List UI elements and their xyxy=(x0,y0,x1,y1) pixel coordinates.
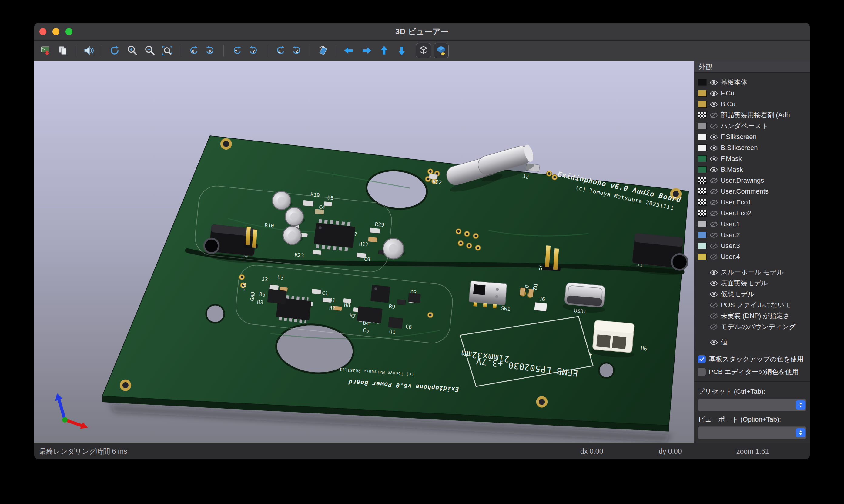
layer-color-swatch[interactable] xyxy=(698,101,707,108)
use-pcb-editor-copper-checkbox[interactable] xyxy=(698,368,706,376)
layer-row[interactable]: 表面実装モデル xyxy=(698,278,808,289)
layer-row[interactable]: スルーホール モデル xyxy=(698,267,808,278)
visibility-off-icon[interactable] xyxy=(709,324,718,330)
visibility-off-icon[interactable] xyxy=(709,302,718,308)
pcb-render: Exidiophone v6.0 Audio Board(c) Tomoya M… xyxy=(34,61,694,443)
close-button[interactable] xyxy=(39,28,46,35)
visibility-on-icon[interactable] xyxy=(709,145,718,151)
layer-color-swatch[interactable] xyxy=(698,166,707,173)
use-stackup-colors-checkbox[interactable] xyxy=(698,355,706,363)
raytracing-button[interactable] xyxy=(82,43,96,58)
use-pcb-editor-copper-row[interactable]: PCB エディターの銅色を使用 xyxy=(694,365,810,378)
visibility-off-icon[interactable] xyxy=(709,112,718,118)
layer-color-swatch[interactable] xyxy=(698,221,707,228)
reload-board-button[interactable] xyxy=(38,43,53,58)
layer-row[interactable]: 値 xyxy=(698,337,808,348)
copy-image-button[interactable] xyxy=(56,43,70,58)
rotate-x-pos-button[interactable]: X xyxy=(203,43,218,58)
layer-color-swatch[interactable] xyxy=(698,133,707,140)
svg-text:GND: GND xyxy=(249,291,256,301)
visibility-on-icon[interactable] xyxy=(709,80,718,85)
visibility-on-icon[interactable] xyxy=(709,281,718,286)
layer-color-swatch[interactable] xyxy=(698,177,707,184)
layer-row[interactable]: POS ファイルにないモ xyxy=(698,300,808,310)
layer-row[interactable]: 部品実装用接着剤 (Adh xyxy=(698,110,808,121)
layer-color-swatch[interactable] xyxy=(698,210,707,217)
visibility-off-icon[interactable] xyxy=(709,254,718,260)
zoom-fit-button[interactable] xyxy=(160,43,175,58)
layer-row[interactable]: User.3 xyxy=(698,240,808,251)
visibility-on-icon[interactable] xyxy=(709,156,718,162)
rotate-y-neg-button[interactable]: Y xyxy=(229,43,244,58)
visibility-on-icon[interactable] xyxy=(709,102,718,107)
visibility-on-icon[interactable] xyxy=(709,270,718,275)
rotate-z-pos-button[interactable]: Z xyxy=(290,43,305,58)
layer-row[interactable]: B.Silkscreen xyxy=(698,142,808,153)
layer-row[interactable]: User.Drawings xyxy=(698,175,808,186)
layer-row[interactable]: User.Comments xyxy=(698,186,808,197)
refresh-view-button[interactable] xyxy=(107,43,122,58)
zoom-out-button[interactable] xyxy=(142,43,157,58)
layer-row[interactable]: 仮想モデル xyxy=(698,289,808,300)
rotate-x-neg-button[interactable]: X xyxy=(186,43,201,58)
layer-color-swatch[interactable] xyxy=(698,123,707,129)
layer-color-swatch[interactable] xyxy=(698,199,707,206)
visibility-on-icon[interactable] xyxy=(709,291,718,297)
layer-row[interactable]: B.Mask xyxy=(698,164,808,175)
rotate-z-neg-button[interactable]: Z xyxy=(273,43,287,58)
pan-left-button[interactable] xyxy=(342,43,356,58)
layer-row[interactable]: 未実装 (DNP) が指定さ xyxy=(698,310,808,321)
layer-color-swatch[interactable] xyxy=(698,188,707,195)
layer-color-swatch[interactable] xyxy=(698,232,707,238)
viewport-select[interactable] xyxy=(698,427,806,439)
minimize-button[interactable] xyxy=(52,28,59,35)
visibility-off-icon[interactable] xyxy=(709,123,718,129)
visibility-on-icon[interactable] xyxy=(709,134,718,140)
visibility-off-icon[interactable] xyxy=(709,313,718,319)
pan-down-button[interactable] xyxy=(394,43,409,58)
layer-row[interactable]: User.Eco1 xyxy=(698,197,808,208)
layer-color-swatch[interactable] xyxy=(698,253,707,260)
use-stackup-colors-row[interactable]: 基板スタックアップの色を使用 xyxy=(694,353,810,365)
zoom-window-button[interactable] xyxy=(66,28,72,35)
pan-right-button[interactable] xyxy=(359,43,374,58)
svg-text:D1: D1 xyxy=(523,285,530,291)
layer-color-swatch[interactable] xyxy=(698,79,707,86)
flip-view-button[interactable] xyxy=(316,43,330,58)
appearance-layers-button[interactable] xyxy=(434,43,448,58)
visibility-off-icon[interactable] xyxy=(709,243,718,249)
layer-color-swatch[interactable] xyxy=(698,144,707,151)
layer-row[interactable]: モデルのバウンディング xyxy=(698,321,808,332)
layer-row[interactable]: User.1 xyxy=(698,219,808,230)
visibility-off-icon[interactable] xyxy=(709,189,718,195)
layer-row[interactable]: User.4 xyxy=(698,251,808,262)
layer-row[interactable]: ハンダペースト xyxy=(698,121,808,131)
visibility-on-icon[interactable] xyxy=(709,167,718,173)
visibility-off-icon[interactable] xyxy=(709,211,718,216)
layer-row[interactable]: 基板本体 xyxy=(698,77,808,88)
visibility-off-icon[interactable] xyxy=(709,178,718,183)
layer-label: User.1 xyxy=(721,220,740,228)
layer-row[interactable]: User.Eco2 xyxy=(698,208,808,219)
visibility-on-icon[interactable] xyxy=(709,340,718,345)
layer-row[interactable]: B.Cu xyxy=(698,99,808,110)
layer-row[interactable]: User.2 xyxy=(698,230,808,240)
panel-divider xyxy=(694,351,810,351)
visibility-on-icon[interactable] xyxy=(709,91,718,96)
layer-row[interactable]: F.Silkscreen xyxy=(698,131,808,142)
visibility-off-icon[interactable] xyxy=(709,200,718,205)
layer-color-swatch[interactable] xyxy=(698,90,707,96)
layer-color-swatch[interactable] xyxy=(698,156,707,162)
layer-color-swatch[interactable] xyxy=(698,112,707,119)
visibility-off-icon[interactable] xyxy=(709,221,718,227)
zoom-in-button[interactable] xyxy=(125,43,139,58)
layer-row[interactable]: F.Mask xyxy=(698,153,808,164)
preset-select[interactable] xyxy=(698,399,806,411)
3d-viewport[interactable]: Exidiophone v6.0 Audio Board(c) Tomoya M… xyxy=(34,61,694,443)
rotate-y-pos-button[interactable]: Y xyxy=(247,43,261,58)
pan-up-button[interactable] xyxy=(377,43,391,58)
layer-color-swatch[interactable] xyxy=(698,242,707,249)
layer-row[interactable]: F.Cu xyxy=(698,88,808,99)
visibility-off-icon[interactable] xyxy=(709,232,718,238)
orthographic-projection-button[interactable] xyxy=(416,43,431,58)
